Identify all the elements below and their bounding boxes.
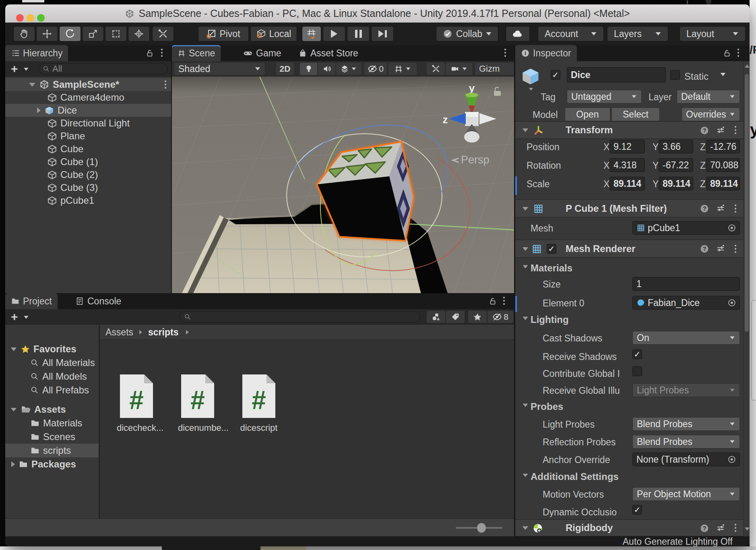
move-tool-button[interactable] (36, 26, 58, 41)
rotation-x-field[interactable]: 4.318 (609, 158, 645, 172)
scene-foldout-icon[interactable] (29, 83, 35, 86)
project-file[interactable]: # dicecheck... (117, 374, 156, 446)
favorites-item[interactable]: All Prefabs (5, 383, 99, 397)
static-checkbox[interactable] (670, 70, 680, 80)
tab-hierarchy[interactable]: Hierarchy (5, 45, 68, 61)
mesh-filter-foldout[interactable] (523, 207, 528, 211)
collab-dropdown[interactable]: Collab (436, 26, 498, 41)
assets-folder-selected[interactable]: scripts (5, 444, 99, 457)
scroll-down-icon[interactable] (745, 527, 750, 531)
dice-expand-icon[interactable] (37, 108, 41, 113)
project-lock-icon[interactable] (488, 297, 497, 306)
play-button[interactable] (323, 26, 345, 41)
transform-header[interactable]: Transform (515, 121, 750, 139)
probes-foldout[interactable] (523, 403, 528, 407)
project-menu-icon[interactable] (503, 297, 505, 305)
materials-foldout[interactable] (523, 265, 528, 268)
assets-folder[interactable]: Materials (5, 416, 99, 430)
scene-viewport[interactable]: y z Persp (172, 77, 514, 293)
assets-folder[interactable]: Scenes (5, 430, 99, 444)
hierarchy-row[interactable]: Cube (2) (5, 168, 171, 181)
project-add-button[interactable]: + (11, 310, 18, 324)
name-field[interactable]: Dice (567, 67, 666, 83)
position-z-field[interactable]: -12.76 (706, 140, 740, 153)
rotation-z-field[interactable]: 70.088 (706, 158, 740, 172)
scrollbar-thumb[interactable] (745, 74, 749, 332)
assets-root[interactable]: Assets (5, 403, 99, 416)
tag-dropdown[interactable]: Untagged (567, 90, 642, 103)
scene-tools-button[interactable] (427, 63, 445, 75)
lighting-foldout[interactable] (523, 316, 528, 320)
static-dropdown-icon[interactable] (721, 73, 726, 76)
cloud-button[interactable] (506, 26, 530, 41)
project-add-dropdown-icon[interactable] (24, 316, 28, 319)
dynamic-occlusion-checkbox[interactable]: ✓ (632, 505, 642, 515)
preset-icon[interactable] (716, 204, 725, 213)
tab-inspector[interactable]: Inspector (515, 45, 577, 61)
packages-root[interactable]: Packages (5, 457, 99, 471)
2d-toggle-button[interactable]: 2D (276, 63, 294, 75)
inspector-menu-icon[interactable] (737, 49, 739, 57)
mesh-field[interactable]: pCube1 (632, 221, 740, 235)
object-picker-icon[interactable] (727, 298, 736, 307)
project-hidden-count-button[interactable]: 8 (487, 311, 513, 323)
object-picker-icon[interactable] (727, 223, 736, 232)
mesh-renderer-foldout[interactable] (523, 247, 528, 251)
tab-console[interactable]: Console (70, 293, 127, 309)
project-search-input[interactable] (180, 311, 420, 323)
scroll-up-icon[interactable] (745, 64, 750, 68)
gizmo-y-label[interactable]: y (469, 82, 475, 94)
gizmo-bottom-sphere[interactable] (464, 131, 479, 143)
layer-dropdown[interactable]: Default (677, 90, 740, 103)
step-button[interactable] (371, 26, 394, 41)
help-icon[interactable] (700, 523, 709, 533)
transform-tool-button[interactable] (128, 26, 150, 41)
snap-toggle-button[interactable] (302, 26, 321, 41)
object-picker-icon[interactable] (727, 455, 736, 464)
overrides-dropdown[interactable]: Overrides (682, 108, 740, 121)
scene-grid-dropdown[interactable] (388, 63, 417, 75)
hierarchy-row-scene[interactable]: SampleScene* (5, 78, 171, 91)
tab-asset-store[interactable]: Asset Store (293, 45, 364, 61)
local-toggle-button[interactable]: Local (250, 26, 297, 41)
hierarchy-row-selected[interactable]: Dice (5, 104, 171, 117)
hierarchy-add-button[interactable]: + (11, 62, 18, 76)
hierarchy-row[interactable]: Camera4demo (5, 91, 171, 104)
gizmos-dropdown[interactable]: Gizm (475, 63, 514, 75)
transform-menu-icon[interactable] (735, 126, 736, 134)
element0-field[interactable]: Fabian_Dice (632, 296, 740, 310)
scene-camera-dropdown[interactable] (446, 63, 472, 75)
rect-tool-button[interactable] (105, 26, 127, 41)
hierarchy-row[interactable]: Cube (5, 143, 171, 155)
breadcrumb-root[interactable]: Assets (105, 327, 133, 338)
hierarchy-row[interactable]: Plane (5, 130, 171, 143)
account-dropdown[interactable]: Account (538, 26, 604, 41)
cast-shadows-dropdown[interactable]: On (632, 331, 740, 345)
pivot-toggle-button[interactable]: Pivot (198, 26, 249, 41)
help-icon[interactable] (700, 204, 709, 213)
scene-hidden-count-button[interactable]: 0 (364, 63, 387, 75)
scene-effects-dropdown[interactable] (336, 63, 361, 75)
mesh-renderer-header[interactable]: ✓ Mesh Renderer (515, 240, 750, 258)
scale-z-field[interactable]: 89.114 (706, 177, 740, 190)
hierarchy-row[interactable]: Cube (1) (5, 155, 171, 168)
shading-mode-dropdown[interactable]: Shaded (174, 63, 265, 75)
additional-foldout[interactable] (523, 473, 528, 477)
transform-foldout[interactable] (523, 128, 528, 132)
scene-lighting-toggle[interactable] (300, 63, 317, 75)
pause-button[interactable] (347, 26, 370, 41)
scene-audio-toggle[interactable] (318, 63, 335, 75)
tab-game[interactable]: Game (238, 45, 287, 61)
layout-dropdown[interactable]: Layout (680, 26, 746, 41)
hierarchy-row[interactable]: Cube (3) (5, 181, 171, 194)
zoom-slider-knob[interactable] (477, 523, 486, 533)
favorites-item[interactable]: All Materials (5, 356, 99, 370)
title-bar[interactable]: SampleScene - Cubes-Fabian - PC, Mac & L… (5, 4, 750, 23)
inspector-scrollbar[interactable] (743, 61, 750, 536)
hierarchy-add-dropdown-icon[interactable] (24, 68, 28, 71)
light-probes-dropdown[interactable]: Blend Probes (632, 417, 740, 431)
favorites-item[interactable]: All Models (5, 370, 99, 383)
rigidbody-header[interactable]: Rigidbody (515, 519, 750, 536)
layers-dropdown[interactable]: Layers (607, 26, 668, 41)
hierarchy-row[interactable]: Directional Light (5, 117, 171, 130)
